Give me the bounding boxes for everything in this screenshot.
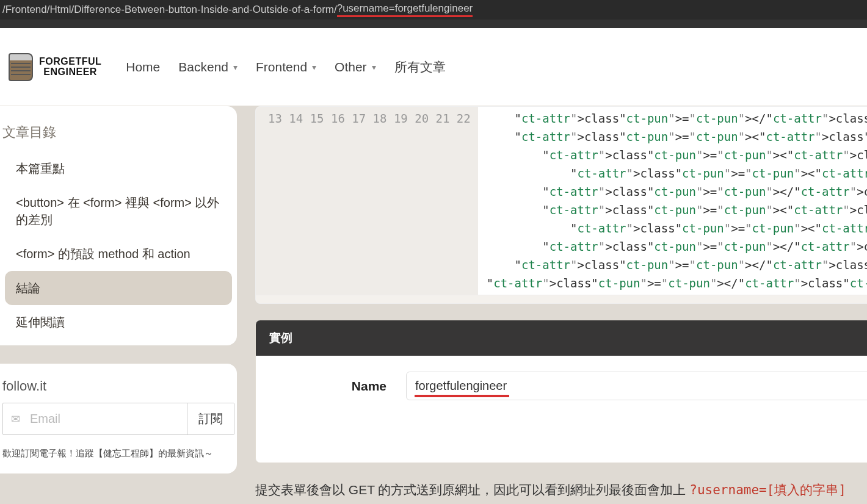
logo-text: FORGETFUL ENGINEER — [39, 57, 101, 77]
address-path: /Frontend/Html/Difference-Between-button… — [2, 4, 337, 16]
form-label-name: Name — [277, 379, 386, 394]
toc-title: 文章目錄 — [0, 106, 237, 151]
toc-item[interactable]: 延伸閱讀 — [5, 305, 232, 339]
site-logo[interactable]: FORGETFUL ENGINEER — [9, 53, 101, 81]
nav-home[interactable]: Home — [126, 60, 160, 74]
top-navigation: FORGETFUL ENGINEER Home Backend ▾ Fronte… — [0, 28, 867, 106]
nav-all-posts[interactable]: 所有文章 — [394, 59, 446, 76]
subscribe-button[interactable]: 訂閱 — [187, 403, 234, 434]
inline-code: ?username=[填入的字串] — [689, 483, 846, 497]
sidebar: 文章目錄 本篇重點<button> 在 <form> 裡與 <form> 以外的… — [0, 106, 237, 502]
input-underline-highlight — [415, 395, 509, 397]
code-block: 13 14 15 16 17 18 19 20 21 22 "ct-attr">… — [255, 106, 867, 304]
toc-item[interactable]: 結論 — [5, 271, 232, 305]
chevron-down-icon: ▾ — [372, 62, 376, 72]
paragraph-text: 提交表單後會以 GET 的方式送到原網址，因此可以看到網址列最後面會加上 — [255, 483, 689, 497]
nav-frontend-label: Frontend — [256, 60, 307, 74]
address-bar-shadow — [0, 20, 867, 28]
envelope-icon: ✉ — [3, 403, 27, 434]
chevron-down-icon: ▾ — [233, 62, 238, 72]
example-header: 實例 — [256, 320, 867, 356]
toc-item[interactable]: <button> 在 <form> 裡與 <form> 以外的差別 — [5, 185, 232, 237]
follow-brand: follow.it — [0, 364, 237, 403]
code-horizontal-scrollbar[interactable] — [256, 295, 867, 303]
address-query-highlight: ?username=forgetfulengineer — [337, 2, 473, 17]
article-paragraph: 提交表單後會以 GET 的方式送到原網址，因此可以看到網址列最後面會加上 ?us… — [255, 479, 854, 502]
subscribe-card: follow.it ✉ 訂閱 歡迎訂閱電子報！追蹤【健忘工程師】的最新資訊～ — [0, 364, 237, 473]
main-content: 13 14 15 16 17 18 19 20 21 22 "ct-attr">… — [255, 106, 867, 502]
form-row: Name — [277, 372, 867, 400]
nav-other-label: Other — [335, 60, 367, 74]
email-subscribe-row: ✉ 訂閱 — [2, 403, 234, 435]
toc-item[interactable]: <form> 的預設 method 和 action — [5, 237, 232, 271]
nav-backend-label: Backend — [178, 60, 228, 74]
chevron-down-icon: ▾ — [312, 62, 316, 72]
logo-icon — [9, 53, 33, 81]
nav-backend[interactable]: Backend ▾ — [178, 60, 238, 74]
code-lines[interactable]: "ct-attr">class"ct-pun">="ct-pun"></"ct-… — [478, 107, 867, 295]
nav-items: Home Backend ▾ Frontend ▾ Other ▾ 所有文章 — [126, 59, 445, 76]
address-bar[interactable]: /Frontend/Html/Difference-Between-button… — [0, 0, 867, 20]
email-input[interactable] — [27, 403, 187, 434]
toc-item[interactable]: 本篇重點 — [5, 151, 232, 185]
toc-card: 文章目錄 本篇重點<button> 在 <form> 裡與 <form> 以外的… — [0, 106, 237, 345]
nav-frontend[interactable]: Frontend ▾ — [256, 60, 316, 74]
example-card: 實例 Name 返回 提交 — [255, 320, 867, 463]
code-gutter: 13 14 15 16 17 18 19 20 21 22 — [256, 107, 478, 295]
nav-other[interactable]: Other ▾ — [335, 60, 376, 74]
subscribe-note: 歡迎訂閱電子報！追蹤【健忘工程師】的最新資訊～ — [0, 446, 237, 473]
